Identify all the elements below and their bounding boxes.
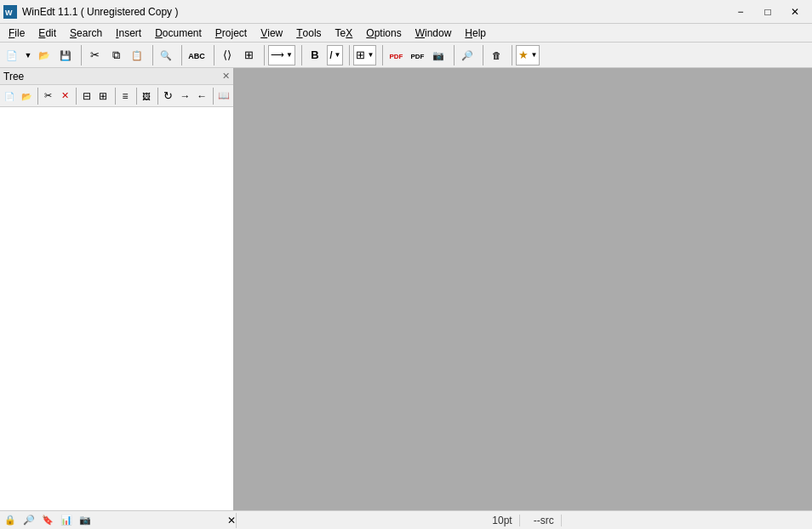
tree-content <box>0 107 233 510</box>
separator-7 <box>346 45 350 65</box>
menu-tex[interactable]: TeX <box>329 24 360 43</box>
chart-icon <box>60 515 72 526</box>
pdf-button1[interactable] <box>386 45 406 65</box>
tree-toolbar: 📖 <box>0 85 233 107</box>
pdf-button2[interactable] <box>407 45 427 65</box>
status-fontsize: 10pt <box>485 515 519 526</box>
status-find-button[interactable] <box>20 513 37 528</box>
tree-sep-6 <box>212 88 214 105</box>
tree-panel: Tree ✕ <box>0 68 235 510</box>
status-right: 10pt --src <box>237 515 810 526</box>
tree-arr2-icon <box>197 90 207 102</box>
tree-close-button[interactable]: ✕ <box>222 71 230 82</box>
tree-sep-2 <box>75 88 77 105</box>
italic-icon <box>329 48 333 61</box>
toolbar1: ▼ ⟨⟩ <box>0 43 812 68</box>
menu-file[interactable]: File <box>2 24 31 43</box>
tree-arr2-button[interactable] <box>194 87 210 105</box>
status-left: ✕ <box>2 513 237 528</box>
tree-refresh-button[interactable] <box>160 87 176 105</box>
bookmark-icon <box>42 515 54 526</box>
trash-button[interactable] <box>486 45 506 65</box>
status-lock-button[interactable] <box>2 513 19 528</box>
save-button[interactable] <box>55 45 76 65</box>
paste-button[interactable] <box>127 45 147 65</box>
tree-book-button[interactable]: 📖 <box>215 87 232 105</box>
tree-del-icon <box>61 90 69 101</box>
new-icon <box>6 48 18 61</box>
tree-sep-1 <box>37 88 39 105</box>
cut-button[interactable] <box>84 45 105 65</box>
separator-2 <box>150 45 153 65</box>
tree-new-button[interactable] <box>2 87 18 105</box>
title-text: WinEdt 11.1 ( Unregistered Copy ) <box>22 6 178 18</box>
tree-expand-button[interactable] <box>95 87 112 105</box>
tree-col2-button[interactable] <box>117 87 134 105</box>
italic-dropdown[interactable]: ▼ <box>327 45 344 65</box>
cut-icon <box>90 48 100 61</box>
separator-4 <box>211 45 214 65</box>
tree-cut-button[interactable] <box>40 87 56 105</box>
maximize-button[interactable]: □ <box>754 0 781 24</box>
spell-icon <box>188 48 205 61</box>
menu-document[interactable]: Document <box>148 24 209 43</box>
favorites-icon <box>518 48 529 61</box>
minimize-button[interactable]: − <box>727 0 754 24</box>
menu-options[interactable]: Options <box>359 24 408 43</box>
close-button[interactable]: ✕ <box>781 0 809 24</box>
separator-11 <box>509 45 512 65</box>
new-button[interactable] <box>2 45 22 65</box>
pdf-cam-icon <box>432 48 444 61</box>
menu-window[interactable]: Window <box>409 24 459 43</box>
favorites-dropdown[interactable]: ▼ <box>516 45 540 65</box>
menu-insert[interactable]: Insert <box>109 24 148 43</box>
menu-tools[interactable]: Tools <box>289 24 328 43</box>
trash-icon <box>492 48 501 61</box>
menu-search[interactable]: Search <box>63 24 109 43</box>
status-find-icon <box>23 515 35 526</box>
spell-button[interactable] <box>185 45 209 65</box>
tree-sep-4 <box>134 88 137 105</box>
search-button[interactable] <box>457 45 477 65</box>
format-label: ⟶ <box>271 49 284 60</box>
format-dropdown[interactable]: ⟶ ▼ <box>268 45 295 65</box>
tree-open-button[interactable] <box>19 87 35 105</box>
find-icon <box>160 48 172 61</box>
menu-project[interactable]: Project <box>209 24 254 43</box>
menu-edit[interactable]: Edit <box>31 24 63 43</box>
status-cam-button[interactable] <box>77 513 94 528</box>
tree-header: Tree ✕ <box>0 68 233 85</box>
tree-collapse-icon <box>83 90 91 102</box>
content-area[interactable] <box>235 68 812 510</box>
tree-col2-icon <box>122 90 128 102</box>
open-button[interactable] <box>34 45 54 65</box>
separator-8 <box>380 45 383 65</box>
bold-button[interactable] <box>305 45 325 65</box>
format-dropdown-arrow: ▼ <box>286 51 293 59</box>
separator-3 <box>179 45 182 65</box>
frame-dropdown[interactable]: ▼ <box>353 45 376 65</box>
status-chart-button[interactable] <box>58 513 75 528</box>
wrap-button[interactable]: ⟨⟩ <box>217 45 237 65</box>
status-bookmark-button[interactable] <box>39 513 56 528</box>
new-dropdown-arrow[interactable]: ▼ <box>23 45 33 65</box>
find-button[interactable] <box>156 45 176 65</box>
tree-expand-icon <box>99 90 107 102</box>
tree-collapse-button[interactable] <box>78 87 94 105</box>
status-close-button[interactable]: ✕ <box>227 515 236 526</box>
separator-10 <box>480 45 483 65</box>
pdf-cam-button[interactable] <box>428 45 449 65</box>
tree-arr-button[interactable] <box>177 87 193 105</box>
macro-button[interactable]: ⊞ <box>238 45 259 65</box>
menu-help[interactable]: Help <box>458 24 493 43</box>
tree-cut-icon <box>44 90 52 101</box>
separator-5 <box>261 45 265 65</box>
tree-open-icon <box>21 91 31 101</box>
copy-button[interactable] <box>106 45 126 65</box>
search-icon <box>461 48 473 61</box>
tree-del-button[interactable] <box>57 87 73 105</box>
tree-img-icon <box>142 91 151 101</box>
tree-img-button[interactable] <box>139 87 155 105</box>
menu-view[interactable]: View <box>254 24 289 43</box>
separator-1 <box>78 45 82 65</box>
